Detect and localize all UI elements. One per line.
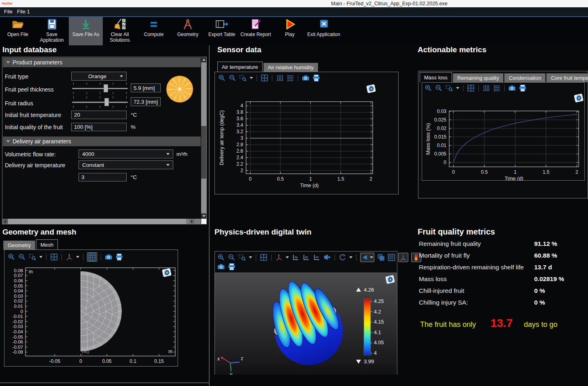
column-splitter[interactable]: [209, 45, 210, 386]
print-icon[interactable]: [312, 74, 320, 82]
play-button[interactable]: Play: [273, 17, 307, 45]
clear-all-solutions-button[interactable]: Clear All Solutions: [103, 17, 137, 45]
exit-application-button[interactable]: Exit Application: [307, 17, 341, 45]
print-icon[interactable]: [519, 84, 526, 92]
tab-condensation[interactable]: Condensation: [504, 73, 546, 82]
fruit-radius-value[interactable]: [131, 97, 161, 106]
mesh-plot-canvas[interactable]: -0.0500.050.10.150.080.070.060.050.040.0…: [5, 264, 177, 365]
delivery-air-parameters-header[interactable]: Delivery air parameters: [3, 136, 201, 146]
axis-tick-label: 3.4: [236, 122, 243, 128]
app-logo: FruiTed: [2, 2, 12, 5]
axis-orientation-icon[interactable]: [275, 254, 283, 261]
volumetric-flow-rate-dropdown[interactable]: 4000: [79, 149, 173, 158]
x-axis-grid-icon[interactable]: [276, 74, 284, 82]
fit-view-icon[interactable]: [50, 253, 58, 261]
vertical-scrollbar[interactable]: [201, 57, 206, 219]
zoom-in-icon[interactable]: [218, 74, 226, 82]
delivery-air-temperature-dropdown[interactable]: Constant: [79, 160, 173, 169]
chevron-down-icon[interactable]: [286, 256, 289, 258]
fruit-peel-thickness-slider[interactable]: [72, 82, 128, 94]
axis-orientation-icon[interactable]: [66, 253, 73, 261]
zoom-out-icon[interactable]: [18, 253, 26, 261]
fit-view-icon[interactable]: [260, 254, 267, 261]
create-report-button[interactable]: Create Report: [239, 17, 273, 45]
geometry-button[interactable]: Geometry: [171, 17, 205, 45]
view-xz-icon[interactable]: [313, 254, 321, 261]
fit-view-icon[interactable]: [467, 84, 475, 92]
zoom-box-icon[interactable]: [238, 254, 246, 261]
compute-button[interactable]: Compute: [137, 17, 171, 45]
snapshot-icon[interactable]: [302, 74, 310, 82]
scroll-up-button[interactable]: [201, 57, 206, 62]
zoom-box-icon[interactable]: [239, 74, 247, 82]
chevron-down-icon[interactable]: [39, 256, 42, 258]
zoom-box-icon[interactable]: [446, 84, 453, 92]
y-axis-grid-icon[interactable]: [493, 84, 501, 92]
delivery-air-temp-value-input[interactable]: [79, 173, 127, 181]
slider-thumb[interactable]: [104, 98, 109, 106]
save-application-button[interactable]: Save Application: [35, 17, 69, 45]
scroll-left-button[interactable]: [2, 219, 8, 224]
initial-fruit-temperature-input[interactable]: [71, 111, 127, 119]
open-file-button[interactable]: Open File: [1, 17, 35, 45]
x-axis-grid-icon[interactable]: [482, 84, 490, 92]
zoom-out-icon[interactable]: [229, 74, 236, 82]
chevron-down-icon[interactable]: [76, 256, 79, 258]
grid-toggle-active[interactable]: [87, 252, 97, 262]
bottom-splitter[interactable]: [0, 382, 209, 383]
tab-mesh[interactable]: Mesh: [36, 239, 58, 250]
print-icon[interactable]: [115, 253, 123, 261]
volumetric-flow-rate-label: Volumetric flow rate:: [5, 151, 56, 158]
zoom-out-icon[interactable]: [228, 254, 236, 261]
zoom-in-icon[interactable]: [425, 84, 432, 92]
scrollbar-thumb[interactable]: [201, 126, 206, 179]
chevron-down-icon[interactable]: [349, 256, 352, 258]
product-parameters-header[interactable]: Product parameters: [3, 58, 201, 67]
tab-mass-loss[interactable]: Mass loss: [420, 72, 452, 82]
fruit-peel-thickness-value[interactable]: [131, 83, 161, 92]
zoom-box-icon[interactable]: [29, 253, 36, 261]
fruit-type-dropdown[interactable]: Orange: [71, 72, 127, 81]
zoom-out-icon[interactable]: [435, 84, 443, 92]
view-yz-icon[interactable]: [302, 254, 310, 261]
view-xy-icon[interactable]: [292, 254, 299, 261]
tab-core-fruit-temperature[interactable]: Core fruit temperature: [546, 73, 588, 82]
initial-quality-input[interactable]: [71, 123, 127, 131]
snapshot-icon[interactable]: [105, 253, 113, 261]
snapshot-icon[interactable]: [508, 84, 516, 92]
zoom-in-icon[interactable]: [8, 253, 15, 261]
menu-file[interactable]: File: [4, 9, 13, 15]
scroll-right-button[interactable]: [189, 219, 195, 224]
twin-3d-scene[interactable]: 4.254.24.154.14.0544.263.99 xyz: [215, 273, 397, 375]
perspective-icon[interactable]: [323, 254, 331, 261]
chevron-down-icon[interactable]: [456, 87, 459, 89]
grid-icon[interactable]: [388, 254, 395, 261]
fit-view-icon[interactable]: [261, 74, 268, 82]
axis-indicator-toggle-active[interactable]: [398, 253, 408, 262]
sensor-plot-canvas[interactable]: 00.511.5222.22.42.62.833.23.43.63.84Time…: [217, 83, 397, 194]
scene-light-toggle-active[interactable]: [360, 253, 374, 262]
tab-air-relative-humidity[interactable]: Air relative humidity: [263, 63, 318, 72]
menu-bar: File File 1: [0, 7, 588, 16]
export-table-button[interactable]: Export Table: [205, 17, 239, 45]
tab-remaining-quality[interactable]: Remaining quality: [453, 73, 503, 82]
horizontal-scrollbar[interactable]: [2, 219, 201, 224]
snapshot-icon[interactable]: [217, 263, 225, 271]
scroll-down-button[interactable]: [201, 213, 206, 219]
mass-loss-plot-canvas[interactable]: 00.511.5200.0050.010.0150.020.0250.03Tim…: [423, 93, 584, 181]
slider-thumb[interactable]: [104, 84, 108, 92]
print-icon[interactable]: [228, 263, 236, 271]
save-file-as-button[interactable]: Save File As: [69, 17, 103, 45]
zoom-in-icon[interactable]: [217, 254, 225, 261]
chevron-down-icon[interactable]: [250, 77, 253, 79]
tab-geometry[interactable]: Geometry: [3, 241, 35, 250]
rotate-icon[interactable]: [339, 254, 346, 261]
chevron-down-icon[interactable]: [249, 256, 252, 258]
menu-file1[interactable]: File 1: [17, 9, 30, 15]
transparency-icon[interactable]: [377, 254, 385, 261]
tab-air-temperature[interactable]: Air temperature: [217, 62, 263, 72]
y-axis-grid-icon[interactable]: [287, 74, 294, 82]
fruit-radius-slider[interactable]: [72, 96, 128, 108]
actionable-metrics-title: Actionable metrics: [418, 45, 486, 54]
scrollbar-thumb[interactable]: [8, 219, 186, 224]
